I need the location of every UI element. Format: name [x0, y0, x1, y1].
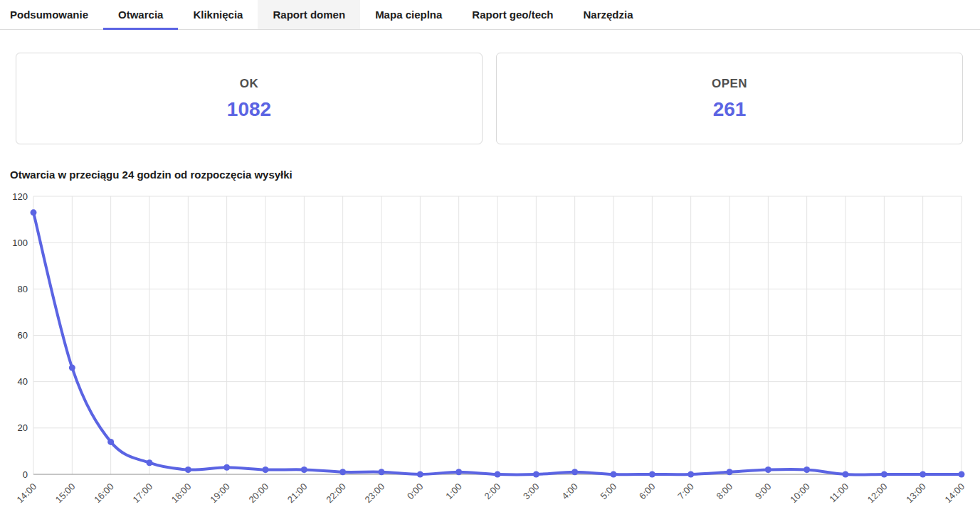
tab-raport-domen[interactable]: Raport domen — [258, 0, 360, 29]
x-axis-tick-label: 3:00 — [521, 481, 542, 502]
data-point[interactable] — [959, 471, 965, 478]
data-point[interactable] — [727, 469, 733, 475]
data-point[interactable] — [687, 471, 694, 478]
data-point[interactable] — [69, 365, 75, 371]
data-point[interactable] — [495, 471, 501, 478]
data-point[interactable] — [611, 471, 617, 478]
data-point[interactable] — [804, 467, 810, 473]
data-point[interactable] — [649, 471, 655, 478]
stat-value-ok: 1082 — [227, 98, 271, 121]
x-axis-tick-label: 23:00 — [363, 481, 387, 506]
stat-label-open: OPEN — [712, 77, 747, 91]
stat-label-ok: OK — [240, 77, 259, 91]
x-axis-tick-label: 1:00 — [443, 481, 464, 502]
x-axis-tick-label: 15:00 — [53, 481, 78, 506]
x-axis-tick-label: 8:00 — [715, 481, 735, 502]
x-axis-tick-label: 10:00 — [788, 481, 812, 506]
x-axis-tick-label: 5:00 — [599, 481, 619, 502]
data-point[interactable] — [571, 469, 578, 475]
data-point[interactable] — [31, 209, 37, 215]
data-point[interactable] — [339, 469, 346, 475]
tab-podsumowanie[interactable]: Podsumowanie — [0, 0, 103, 29]
data-point[interactable] — [881, 471, 887, 478]
x-axis-tick-label: 2:00 — [483, 481, 503, 502]
y-axis-tick-label: 120 — [12, 191, 28, 202]
x-axis-tick-label: 19:00 — [208, 481, 232, 506]
y-axis-tick-label: 0 — [23, 469, 28, 480]
tab-narzedzia[interactable]: Narzędzia — [569, 0, 648, 29]
data-point[interactable] — [455, 469, 462, 475]
x-axis-tick-label: 18:00 — [169, 481, 194, 506]
tab-otwarcia[interactable]: Otwarcia — [103, 0, 178, 29]
x-axis-tick-label: 14:00 — [943, 481, 967, 506]
data-point[interactable] — [417, 471, 423, 478]
y-axis-tick-label: 40 — [18, 376, 28, 387]
data-point[interactable] — [107, 439, 114, 445]
x-axis-tick-label: 11:00 — [827, 481, 850, 505]
x-axis-tick-label: 12:00 — [865, 481, 890, 506]
data-point[interactable] — [185, 467, 191, 473]
x-axis-tick-label: 22:00 — [324, 481, 348, 506]
report-tab-bar: Podsumowanie Otwarcia Kliknięcia Raport … — [0, 0, 980, 30]
data-point[interactable] — [533, 471, 539, 478]
chart-title: Otwarcia w przeciągu 24 godzin od rozpoc… — [10, 169, 980, 181]
x-axis-tick-label: 6:00 — [637, 481, 658, 502]
data-point[interactable] — [843, 471, 849, 478]
x-axis-tick-label: 14:00 — [15, 481, 39, 506]
x-axis-tick-label: 13:00 — [904, 481, 928, 506]
data-point[interactable] — [765, 467, 771, 473]
x-axis-tick-label: 20:00 — [247, 481, 271, 506]
stats-row: OK 1082 OPEN 261 — [0, 30, 980, 144]
data-point[interactable] — [147, 459, 153, 466]
y-axis-tick-label: 100 — [12, 238, 28, 248]
x-axis-tick-label: 4:00 — [559, 481, 580, 502]
data-point[interactable] — [920, 471, 926, 478]
x-axis-tick-label: 7:00 — [675, 481, 696, 502]
line-chart-svg: 02040608010012014:0015:0016:0017:0018:00… — [0, 186, 980, 516]
y-axis-tick-label: 20 — [18, 422, 28, 433]
opens-line-chart: 02040608010012014:0015:0016:0017:0018:00… — [0, 186, 980, 517]
stat-value-open: 261 — [713, 98, 747, 121]
tab-mapa-cieplna[interactable]: Mapa cieplna — [360, 0, 457, 29]
y-axis-tick-label: 60 — [18, 330, 28, 341]
y-axis-tick-label: 80 — [18, 284, 28, 294]
data-point[interactable] — [263, 467, 269, 473]
x-axis-tick-label: 9:00 — [753, 481, 774, 502]
x-axis-tick-label: 0:00 — [405, 481, 426, 502]
data-point[interactable] — [379, 469, 385, 475]
data-point[interactable] — [301, 467, 307, 473]
stat-card-ok: OK 1082 — [16, 53, 483, 144]
x-axis-tick-label: 17:00 — [131, 481, 155, 506]
x-axis-tick-label: 21:00 — [285, 481, 310, 506]
x-axis-tick-label: 16:00 — [92, 481, 116, 506]
data-point[interactable] — [223, 464, 230, 471]
tab-raport-geo-tech[interactable]: Raport geo/tech — [457, 0, 568, 29]
tab-klikniecia[interactable]: Kliknięcia — [178, 0, 258, 29]
stat-card-open: OPEN 261 — [496, 53, 963, 144]
